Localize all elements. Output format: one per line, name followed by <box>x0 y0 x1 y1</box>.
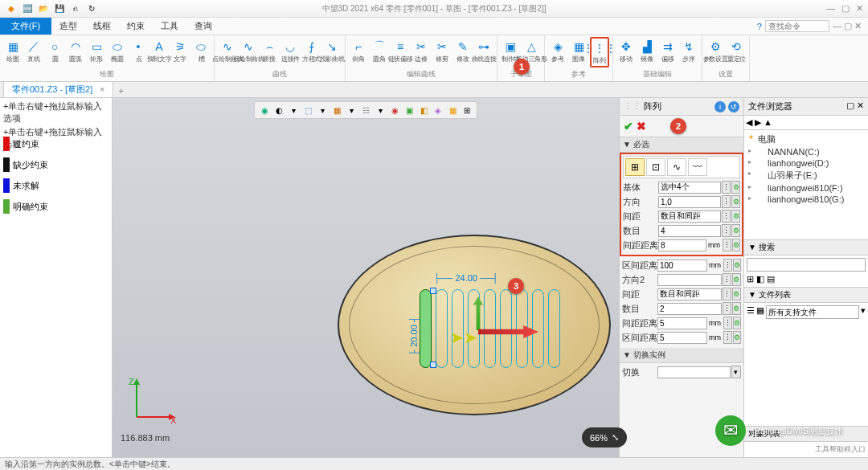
ribbon-点绘制曲线[interactable]: ∿点绘制曲线 <box>218 37 237 67</box>
zoom-indicator[interactable]: 66%⤡ <box>582 427 627 448</box>
dropdown-icon[interactable]: ⚙ <box>733 259 741 272</box>
toggle-input[interactable] <box>657 366 731 378</box>
slot-instance[interactable] <box>500 289 512 368</box>
filelist-section[interactable]: ▼ 文件列表 <box>744 287 868 303</box>
dropdown-icon[interactable]: ▾ <box>861 305 866 319</box>
dimension-vertical[interactable]: ├ 20.00 ┤ <box>409 316 419 355</box>
vp-tool[interactable]: ◈ <box>432 104 444 116</box>
ribbon-倒角[interactable]: ⌐倒角 <box>349 37 368 67</box>
ribbon-偏移[interactable]: ⇉偏移 <box>658 37 678 67</box>
maximize-button[interactable]: ▢ <box>841 3 850 14</box>
mode-circular-icon[interactable]: ⊡ <box>646 158 665 176</box>
field-区间距离[interactable] <box>657 260 707 272</box>
field-数目[interactable] <box>657 303 722 315</box>
vp-tool[interactable]: ◐ <box>272 104 285 116</box>
cancel-button[interactable]: ✖ <box>637 120 646 133</box>
tab-modeling[interactable]: 造型 <box>51 18 85 35</box>
dimension-horizontal[interactable]: ├── 24.00 ──┤ <box>434 273 498 283</box>
vp-tool[interactable]: ▾ <box>287 104 300 116</box>
section-required[interactable]: ▼ 必选 <box>620 137 743 153</box>
grid-icon[interactable]: ▦ <box>756 305 764 319</box>
info-icon[interactable]: i <box>714 101 726 112</box>
mode-wave-icon[interactable]: 〰 <box>688 158 707 176</box>
vp-tool[interactable]: ⬚ <box>301 104 314 116</box>
vp-tool[interactable]: ◉ <box>258 104 271 116</box>
slot-instance[interactable] <box>548 289 560 368</box>
dropdown-icon[interactable]: ⚙ <box>731 224 740 237</box>
ribbon-预制文字[interactable]: A预制文字 <box>149 37 169 67</box>
ribbon-修剪[interactable]: ✂修剪 <box>432 37 452 67</box>
search-input[interactable] <box>747 258 866 272</box>
nav-up-icon[interactable]: ▲ <box>764 117 772 128</box>
qat-redo[interactable]: ↻ <box>85 2 98 15</box>
dropdown-icon[interactable]: ⚙ <box>732 239 740 251</box>
search-opt-icon[interactable]: ⊞ <box>747 274 754 284</box>
ribbon-步序[interactable]: ↯步序 <box>679 37 698 67</box>
ribbon-方程式[interactable]: ⨍方程式 <box>301 37 321 67</box>
grip-icon[interactable]: ⋮⋮ <box>624 101 641 112</box>
mode-curve-icon[interactable]: ∿ <box>667 158 686 176</box>
field-间距距离[interactable] <box>658 239 706 251</box>
nav-fwd-icon[interactable]: ▶ <box>755 117 761 128</box>
list-icon[interactable]: ☰ <box>747 305 755 319</box>
close-button[interactable]: ✕ <box>856 3 863 14</box>
vp-tool[interactable]: ▦ <box>330 104 343 116</box>
vp-tool[interactable]: ▾ <box>345 104 358 116</box>
spinner-icon[interactable]: ⋮ <box>723 331 732 344</box>
nav-back-icon[interactable]: ◀ <box>746 117 752 128</box>
field-数目[interactable] <box>658 225 721 237</box>
tree-row[interactable]: +单击右键+拖拉鼠标输入选项 <box>2 100 110 125</box>
tab-inquiry[interactable]: 查询 <box>186 18 220 35</box>
field-区间距离[interactable] <box>657 332 707 344</box>
slot-pattern[interactable] <box>420 284 580 373</box>
ribbon-投影曲线[interactable]: ↘投影曲线 <box>322 37 342 67</box>
minimize-button[interactable]: — <box>826 3 835 14</box>
vp-tool[interactable]: ⊞ <box>461 104 473 116</box>
field-方向[interactable] <box>658 196 721 208</box>
ok-button[interactable]: ✔ <box>624 120 633 133</box>
ribbon-槽[interactable]: ⬭槽 <box>191 37 211 67</box>
ribbon-圆弧[interactable]: ◠圆弧 <box>66 37 85 67</box>
search-opt-icon[interactable]: ◧ <box>756 274 764 284</box>
vp-tool[interactable]: ▾ <box>316 104 329 116</box>
qat-new[interactable]: ◆ <box>5 2 18 15</box>
reset-icon[interactable]: ↺ <box>728 101 739 112</box>
ribbon-点绘制曲线[interactable]: ∿点绘制曲线 <box>239 37 258 67</box>
dropdown-icon[interactable]: ⚙ <box>732 288 741 300</box>
file-menu[interactable]: 文件(F) <box>0 18 51 35</box>
ribbon-重定位[interactable]: ⟲重定位 <box>727 37 746 67</box>
viewport[interactable]: ◉ ◐ ▾ ⬚ ▾ ▦ ▾ ☷ ▾ ◉ ▣ ◧ ◈ ▦ ⊞ <box>113 98 619 457</box>
sketch-handle[interactable] <box>430 288 436 294</box>
folder-node[interactable]: lianhongwei810(G:) <box>747 194 866 205</box>
field-方向2[interactable] <box>657 274 722 286</box>
vp-tool[interactable]: ◉ <box>388 104 401 116</box>
dropdown-icon[interactable]: ⚙ <box>733 317 741 329</box>
spinner-icon[interactable]: ⋮ <box>722 195 731 208</box>
folder-node[interactable]: 山羽果子(E:) <box>747 169 866 182</box>
field-间距[interactable] <box>658 210 721 223</box>
vp-tool[interactable]: ▣ <box>403 104 416 116</box>
ribbon-绘图[interactable]: ▦绘图 <box>3 37 23 67</box>
qat-open[interactable]: 📂 <box>37 2 50 15</box>
direction-arrow-y[interactable]: ➤➤ <box>450 328 477 347</box>
tree-root[interactable]: 电脑 <box>747 133 866 146</box>
folder-node[interactable]: lianhongwei(D:) <box>747 157 866 169</box>
dropdown-icon[interactable]: ⚙ <box>732 273 741 286</box>
spinner-icon[interactable]: ⋮ <box>723 302 731 315</box>
qat-save[interactable]: 💾 <box>53 2 66 15</box>
mode-linear-icon[interactable]: ⊞ <box>625 158 645 176</box>
spinner-icon[interactable]: ⋮ <box>723 259 732 272</box>
dropdown-icon[interactable]: ⚙ <box>731 210 740 223</box>
expand-icon[interactable]: ⤡ <box>612 432 619 443</box>
vp-tool[interactable]: ☷ <box>359 104 372 116</box>
spinner-icon[interactable]: ⋮ <box>723 317 732 329</box>
tab-wireframe[interactable]: 线框 <box>85 18 119 35</box>
dropdown-icon[interactable]: ⚙ <box>731 195 740 208</box>
ribbon-圆角[interactable]: ⌒圆角 <box>370 37 389 67</box>
spinner-icon[interactable]: ⋮ <box>722 224 731 237</box>
ribbon-阵列[interactable]: ⋮⋮⋮阵列 <box>590 37 609 67</box>
dropdown-icon[interactable]: ▾ <box>731 366 741 378</box>
ribbon-矩形[interactable]: ▭矩形 <box>87 37 106 67</box>
ribbon-链状偏移[interactable]: ≡链状偏移 <box>391 37 410 67</box>
help-icon[interactable]: ? <box>757 22 762 31</box>
